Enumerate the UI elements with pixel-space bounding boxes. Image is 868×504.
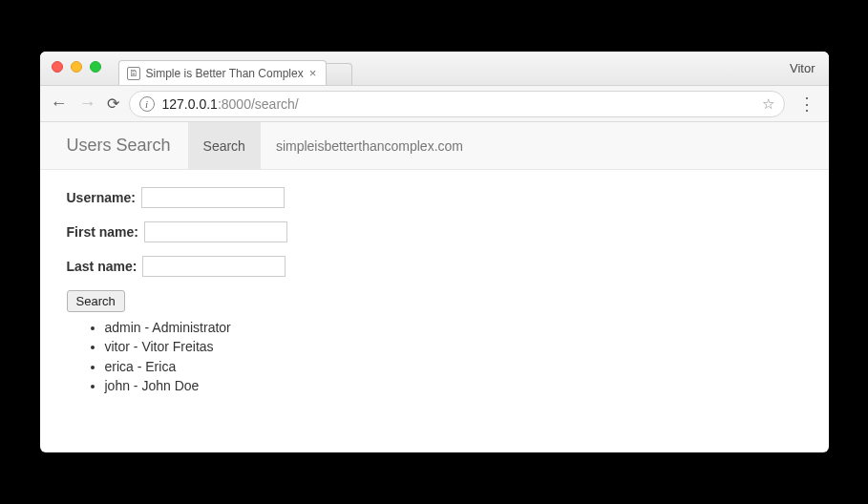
page-icon: 🗎 [127,67,140,80]
browser-toolbar: ← → ⟳ i 127.0.0.1:8000/search/ ☆ ⋮ [40,86,829,122]
brand-title[interactable]: Users Search [67,136,188,156]
tab-strip: 🗎 Simple is Better Than Complex × [118,52,353,85]
firstname-input[interactable] [144,221,287,242]
url-text: 127.0.0.1:8000/search/ [162,96,754,112]
nav-item-site-link[interactable]: simpleisbetterthancomplex.com [261,122,478,169]
maximize-window-button[interactable] [90,61,101,73]
page-content: Username: First name: Last name: Search … [40,170,829,412]
list-item: john - John Doe [105,376,802,395]
results-list: admin - Administrator vitor - Vitor Frei… [67,318,802,395]
title-bar: Vitor 🗎 Simple is Better Than Complex × [40,52,829,86]
list-item: erica - Erica [105,357,802,376]
browser-tab-active[interactable]: 🗎 Simple is Better Than Complex × [118,60,328,85]
profile-name[interactable]: Vitor [790,61,815,75]
lastname-input[interactable] [142,256,286,277]
page-navbar: Users Search Search simpleisbetterthanco… [40,122,829,170]
forward-button[interactable]: → [78,94,97,114]
lastname-label: Last name: [67,259,138,274]
close-tab-icon[interactable]: × [309,66,317,80]
window-controls [52,61,101,73]
reload-button[interactable]: ⟳ [107,94,119,113]
site-info-icon[interactable]: i [139,96,155,112]
form-row-firstname: First name: [67,221,802,242]
list-item: vitor - Vitor Freitas [105,337,802,356]
form-row-lastname: Last name: [67,256,802,277]
list-item: admin - Administrator [105,318,802,337]
browser-window: Vitor 🗎 Simple is Better Than Complex × … [40,52,829,452]
username-label: Username: [67,190,136,205]
bookmark-star-icon[interactable]: ☆ [762,95,774,113]
firstname-label: First name: [67,224,138,240]
browser-menu-button[interactable]: ⋮ [794,94,819,115]
new-tab-button[interactable] [324,63,352,85]
username-input[interactable] [141,187,285,208]
search-button[interactable]: Search [67,290,125,312]
address-bar[interactable]: i 127.0.0.1:8000/search/ ☆ [129,91,785,117]
tab-title: Simple is Better Than Complex [146,67,304,80]
nav-item-search[interactable]: Search [188,122,261,169]
minimize-window-button[interactable] [71,61,82,73]
back-button[interactable]: ← [50,94,69,114]
close-window-button[interactable] [52,61,63,73]
form-row-username: Username: [67,187,802,208]
